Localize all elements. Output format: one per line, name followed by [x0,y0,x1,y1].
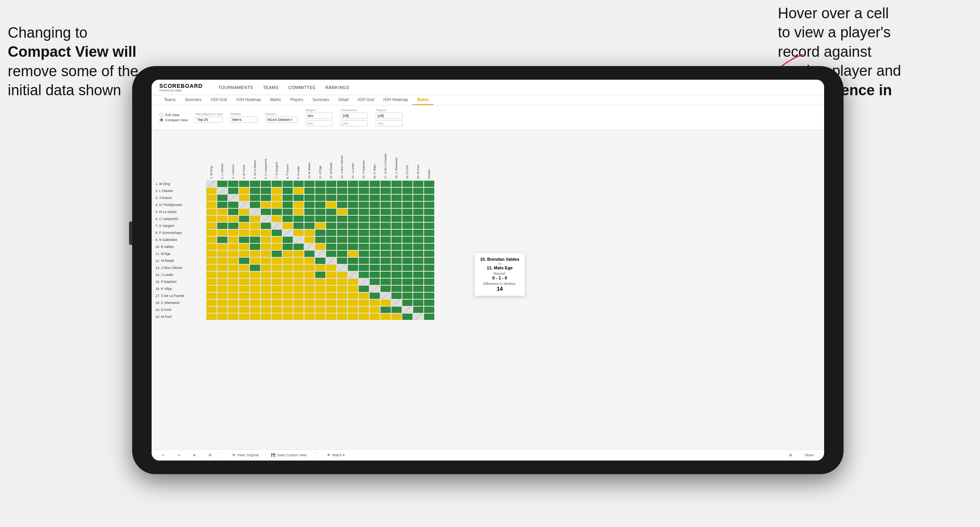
grid-cell[interactable] [348,229,358,236]
grid-cell[interactable] [380,201,391,208]
grid-cell[interactable] [402,271,413,278]
grid-cell[interactable] [326,187,337,194]
grid-cell[interactable] [413,299,424,306]
grid-cell[interactable] [315,271,326,278]
grid-cell[interactable] [369,292,380,299]
grid-cell[interactable] [402,180,413,187]
grid-cell[interactable] [260,201,271,208]
grid-cell[interactable] [217,299,228,306]
grid-cell[interactable] [239,187,250,194]
grid-cell[interactable] [402,208,413,215]
grid-cell[interactable] [293,313,304,320]
grid-cell[interactable] [413,250,424,257]
grid-cell[interactable] [260,285,271,292]
tab-matrix-1[interactable]: Matrix [266,95,285,105]
grid-cell[interactable] [326,278,337,285]
grid-cell[interactable] [228,208,239,215]
grid-cell[interactable] [315,208,326,215]
grid-cell[interactable] [424,187,435,194]
region-select-2[interactable]: N/A [306,120,333,126]
grid-cell[interactable] [337,250,348,257]
grid-cell[interactable] [413,180,424,187]
grid-cell[interactable] [260,257,271,264]
grid-cell[interactable] [250,306,260,313]
grid-cell[interactable] [402,313,413,320]
grid-cell[interactable] [304,187,315,194]
grid-cell[interactable] [271,243,282,250]
grid-cell[interactable] [369,201,380,208]
grid-cell[interactable] [358,222,369,229]
grid-cell[interactable] [326,236,337,243]
grid-cell[interactable] [271,180,282,187]
grid-cell[interactable] [348,208,358,215]
grid-cell[interactable] [228,250,239,257]
grid-cell[interactable] [271,285,282,292]
grid-cell[interactable] [358,313,369,320]
grid-cell[interactable] [337,278,348,285]
grid-cell[interactable] [337,257,348,264]
grid-cell[interactable] [326,208,337,215]
tab-summary-2[interactable]: Summary [308,95,334,105]
grid-cell[interactable] [326,313,337,320]
grid-cell[interactable] [217,257,228,264]
grid-cell[interactable] [239,257,250,264]
grid-cell[interactable] [391,250,402,257]
grid-cell[interactable] [206,299,217,306]
grid-cell[interactable] [315,187,326,194]
grid-cell[interactable] [250,278,260,285]
grid-cell[interactable] [293,264,304,271]
grid-cell[interactable] [217,264,228,271]
grid-cell[interactable] [271,264,282,271]
grid-cell[interactable] [380,187,391,194]
tab-summary[interactable]: Summary [180,95,206,105]
grid-cell[interactable] [250,271,260,278]
grid-cell[interactable] [293,215,304,222]
grid-cell[interactable] [206,180,217,187]
grid-cell[interactable] [326,285,337,292]
grid-cell[interactable] [260,222,271,229]
grid-cell[interactable] [304,243,315,250]
grid-cell[interactable] [206,187,217,194]
grid-cell[interactable] [358,285,369,292]
grid-cell[interactable] [260,243,271,250]
grid-cell[interactable] [402,187,413,194]
grid-cell[interactable] [337,292,348,299]
grid-cell[interactable] [271,313,282,320]
redo-button[interactable]: ↪ [175,452,183,458]
grid-cell[interactable] [413,271,424,278]
nav-tournaments[interactable]: TOURNAMENTS [218,85,253,90]
grid-cell[interactable] [217,271,228,278]
grid-cell[interactable] [217,313,228,320]
grid-cell[interactable] [424,201,435,208]
grid-cell[interactable] [337,271,348,278]
grid-cell[interactable] [358,201,369,208]
grid-cell[interactable] [217,194,228,201]
grid-cell[interactable] [282,299,293,306]
grid-cell[interactable] [315,264,326,271]
grid-cell[interactable] [413,194,424,201]
grid-cell[interactable] [369,229,380,236]
grid-cell[interactable] [271,271,282,278]
grid-cell[interactable] [413,187,424,194]
grid-cell[interactable] [239,180,250,187]
grid-cell[interactable] [271,257,282,264]
grid-cell[interactable] [337,236,348,243]
grid-cell[interactable] [337,299,348,306]
grid-cell[interactable] [239,313,250,320]
tab-players[interactable]: Players [286,95,308,105]
grid-cell[interactable] [271,215,282,222]
grid-cell[interactable] [217,243,228,250]
grid-cell[interactable] [391,236,402,243]
grid-cell[interactable] [337,208,348,215]
grid-cell[interactable] [326,250,337,257]
grid-cell[interactable] [337,201,348,208]
grid-cell[interactable] [348,187,358,194]
grid-cell[interactable] [217,229,228,236]
layout-button[interactable]: ⊞ [787,452,795,458]
grid-cell[interactable] [369,271,380,278]
grid-cell[interactable] [206,243,217,250]
grid-cell[interactable] [315,236,326,243]
grid-cell[interactable] [271,292,282,299]
grid-cell[interactable] [260,278,271,285]
grid-cell[interactable] [239,271,250,278]
